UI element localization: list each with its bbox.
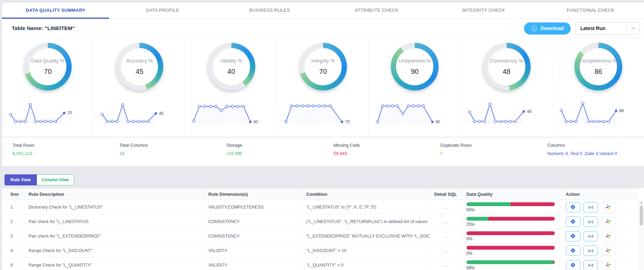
gauge-label: Validity %: [220, 58, 242, 64]
detail-sql-button[interactable]: ...: [430, 229, 462, 243]
quality-percent-label: 25%: [467, 222, 561, 227]
column-view-button[interactable]: Column View: [37, 174, 74, 185]
action-cell: [561, 243, 638, 258]
scrollbar-thumb[interactable]: [640, 205, 643, 225]
action-cell: [561, 200, 638, 214]
gauge-value: 45: [136, 68, 143, 76]
gmail-button[interactable]: [583, 245, 598, 256]
stat-total-rows: Total Rows6,001,215: [2, 143, 109, 166]
rule-description-cell: Pair check for "L_EXTENDEDPRICE": [24, 229, 204, 243]
gmail-icon: [588, 262, 594, 268]
detail-sql-button[interactable]: ...: [430, 200, 462, 214]
tab-business-rules[interactable]: BUSINESS RULES: [216, 3, 323, 19]
toolbar: Table Name: "LINEITEM" Download Latest R…: [2, 19, 644, 38]
column-header-condition: Condition: [302, 189, 430, 200]
trend-sparkline: 45: [99, 99, 180, 126]
tab-attribute-check[interactable]: ATTRIBUTE CHECK: [323, 3, 430, 19]
data-quality-cell: 99%: [462, 258, 561, 270]
gmail-button[interactable]: [583, 260, 598, 270]
trend-sparkline: 70: [283, 99, 364, 126]
stat-label: Duplicate Rows: [440, 143, 537, 148]
action-cell: [561, 229, 638, 243]
stat-label: Missing Cells: [333, 143, 430, 148]
view-toggle: Rule View Column View: [4, 174, 644, 185]
run-select[interactable]: Latest Run: [576, 22, 640, 35]
gauge-ring: Data Quality %70: [24, 43, 72, 90]
trend-sparkline: 70: [7, 99, 88, 126]
detail-sql-button[interactable]: ...: [430, 243, 462, 258]
slack-button[interactable]: [601, 231, 616, 241]
gauge-center: Validity %40: [213, 48, 250, 85]
table-row: 3Pair check for "L_EXTENDEDPRICE"CONSIST…: [2, 229, 638, 243]
detail-sql-button[interactable]: ...: [430, 214, 462, 229]
condition-cell: "L_LINESTATUS" in ('F','A','C','P','S'): [302, 200, 430, 214]
gmail-icon: [588, 219, 594, 225]
action-cell: [561, 258, 638, 270]
gauge-center: Integrity %70: [304, 48, 342, 85]
slack-icon: [605, 248, 611, 253]
rule-description-cell: Range Check for "L_DISCOUNT": [24, 243, 204, 258]
table-row: 4Range Check for "L_DISCOUNT"VALIDITY"L_…: [2, 243, 638, 258]
gauge-ring: Uniqueness %90: [391, 43, 439, 90]
tab-data-quality-summary[interactable]: DATA QUALITY SUMMARY: [2, 3, 109, 19]
trend-sparkline: 48: [466, 99, 547, 126]
slack-button[interactable]: [601, 216, 616, 227]
jira-icon: [570, 219, 576, 224]
slack-button[interactable]: [601, 260, 616, 270]
data-quality-dashboard: DATA QUALITY SUMMARYDATA PROFILEBUSINESS…: [0, 0, 644, 270]
jira-button[interactable]: [566, 231, 580, 241]
jira-icon: [570, 248, 576, 253]
slack-icon: [605, 233, 611, 239]
slack-icon: [605, 204, 611, 210]
sparkline-value-label: 48: [527, 109, 532, 114]
rule-dimensions-cell: CONSISTENCY: [204, 214, 302, 229]
table-scrollbar[interactable]: ▲: [638, 200, 644, 270]
detail-sql-button[interactable]: ...: [430, 258, 462, 270]
slack-button[interactable]: [601, 245, 616, 256]
gmail-button[interactable]: [583, 202, 598, 212]
table-stats-row: Total Rows6,001,215Total Columns16Storag…: [2, 137, 644, 166]
stat-value: 6,001,215: [12, 151, 109, 156]
scroll-up-icon[interactable]: ▲: [640, 200, 643, 204]
gauge-ring: Completeness %86: [574, 43, 622, 90]
column-header-action: Action: [561, 189, 638, 200]
gauge-center: Consistency %48: [488, 48, 525, 85]
stat-missing-cells: Missing Cells59,945: [323, 143, 430, 166]
gmail-button[interactable]: [583, 216, 598, 227]
gauge-ring: Accuracy %45: [116, 43, 163, 90]
metric-card: Uniqueness %90 90: [369, 38, 461, 137]
rule-view-button[interactable]: Rule View: [4, 174, 37, 185]
rule-dimensions-cell: VALIDITY,COMPLETENESS: [204, 200, 302, 214]
gmail-button[interactable]: [583, 231, 598, 241]
download-button[interactable]: Download: [524, 22, 571, 35]
tab-functional-check[interactable]: FUNCTIONAL CHECK: [537, 3, 644, 19]
gmail-icon: [588, 204, 594, 210]
stat-value: 16: [119, 151, 216, 156]
metric-card: Integrity %70 70: [277, 38, 369, 137]
stat-columns: ColumnsNumeric 8 ,Text 5 ,Date 3,Variant…: [537, 143, 644, 166]
gauge-center: Uniqueness %90: [396, 48, 433, 85]
quality-bar: [467, 246, 555, 250]
sparkline-value-label: 90: [435, 119, 440, 124]
slack-button[interactable]: [601, 202, 616, 212]
data-quality-cell: 0%: [462, 243, 561, 258]
rule-description-cell: Pair check for "L_LINESTATUS: [24, 214, 204, 229]
jira-button[interactable]: [566, 260, 580, 270]
gmail-icon: [588, 233, 594, 239]
jira-button[interactable]: [566, 245, 580, 256]
gauge-center: Completeness %86: [580, 48, 617, 85]
jira-button[interactable]: [566, 202, 580, 212]
column-header-data-quality: Data Quality: [462, 189, 561, 200]
tab-data-profile[interactable]: DATA PROFILE: [109, 3, 216, 19]
gauge-center: Data Quality %70: [29, 48, 66, 85]
stat-label: Columns: [548, 143, 644, 148]
condition-cell: "L_QUANTITY" > 0: [302, 258, 430, 270]
metric-card: Data Quality %70 70: [2, 38, 94, 137]
tab-integrity-check[interactable]: INTEGRITY CHECK: [430, 3, 537, 19]
gauge-ring: Integrity %70: [299, 43, 347, 90]
sno-cell: 2: [2, 214, 24, 229]
quality-bar: [467, 202, 555, 206]
jira-button[interactable]: [566, 216, 580, 227]
stat-label: Total Columns: [119, 143, 216, 148]
table-name-title: Table Name: "LINEITEM": [12, 25, 75, 31]
